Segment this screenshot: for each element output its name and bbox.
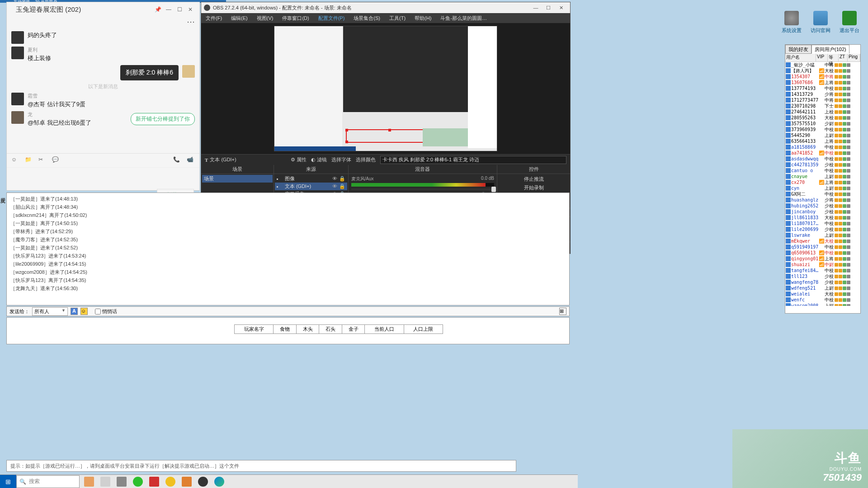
visibility-icon[interactable]: 👁 bbox=[332, 176, 337, 182]
maximize-button[interactable]: ☐ bbox=[174, 4, 185, 15]
chat-input[interactable] bbox=[7, 167, 199, 186]
menu-tools[interactable]: 工具(T) bbox=[387, 14, 408, 23]
minimize-button[interactable]: — bbox=[529, 5, 542, 10]
user-row[interactable]: wdfeng521 上尉 bbox=[785, 285, 860, 291]
menu-edit[interactable]: 编辑(E) bbox=[228, 14, 250, 23]
menu-dock[interactable]: 停靠窗口(D) bbox=[279, 14, 311, 23]
user-row[interactable]: 274642111 上校 bbox=[785, 109, 860, 115]
control-button[interactable]: 开始录制 bbox=[498, 183, 569, 192]
start-button[interactable]: ⊞ bbox=[0, 475, 16, 488]
avatar[interactable] bbox=[11, 111, 24, 124]
close-button[interactable]: ✕ bbox=[555, 5, 567, 11]
font-icon[interactable]: A bbox=[71, 308, 78, 315]
obs-preview[interactable] bbox=[201, 23, 570, 154]
taskbar-search[interactable]: 🔍 搜索 bbox=[16, 475, 80, 488]
user-row[interactable]: tangfei84… 中校 bbox=[785, 267, 860, 273]
user-row[interactable]: aa741852 📶 中校 bbox=[785, 150, 860, 156]
video-icon[interactable]: 📹 bbox=[187, 156, 195, 164]
user-row[interactable]: wenfc 中校 bbox=[785, 297, 860, 303]
user-row[interactable]: GX阿二 中校 bbox=[785, 191, 860, 197]
taskbar-app[interactable] bbox=[179, 475, 194, 488]
obs-titlebar[interactable]: OBS 27.2.4 (64-bit, windows) - 配置文件: 未命名… bbox=[201, 2, 570, 13]
user-row[interactable]: mEkqwer 📶 大校 bbox=[785, 238, 860, 244]
event-log[interactable]: ［一莫如是］退来了(14:48:13)［韶山风云］离开了(14:48:34)［s… bbox=[6, 192, 570, 305]
user-row[interactable]: lile20069909 少校 bbox=[785, 226, 860, 232]
text-source-input[interactable] bbox=[380, 156, 566, 164]
folder-icon[interactable]: 📁 bbox=[25, 156, 33, 164]
sendto-select[interactable]: 所有人 bbox=[32, 307, 68, 316]
user-row[interactable]: li1807017… 中校 bbox=[785, 221, 860, 226]
menu-view[interactable]: 视图(V) bbox=[254, 14, 276, 23]
avatar[interactable] bbox=[11, 93, 24, 105]
user-row[interactable]: lswrake 上尉 bbox=[785, 232, 860, 238]
system-settings-button[interactable]: 系统设置 bbox=[780, 11, 803, 34]
user-row[interactable]: cx270 📶 上将 bbox=[785, 179, 860, 185]
avatar[interactable] bbox=[11, 31, 24, 44]
tab-room-users[interactable]: 房间用户(102) bbox=[811, 45, 849, 54]
close-button[interactable]: ✕ bbox=[185, 4, 196, 15]
minimize-button[interactable]: — bbox=[163, 4, 174, 15]
source-item[interactable]: ▪ 文本 (GDI+) 👁🔒 bbox=[275, 183, 347, 190]
emoji-icon[interactable]: ☺ bbox=[11, 156, 19, 164]
more-icon[interactable]: ⋯ bbox=[187, 17, 195, 26]
expand-icon[interactable]: ⊞ bbox=[559, 308, 566, 315]
emoji-icon[interactable]: ☺ bbox=[80, 308, 88, 315]
user-row[interactable]: weialei 大校 bbox=[785, 291, 860, 297]
user-row[interactable]: 635664133 上将 bbox=[785, 138, 860, 144]
user-row[interactable]: 1354307 📶 中将 bbox=[785, 74, 860, 80]
visibility-icon[interactable]: 👁 bbox=[332, 183, 337, 189]
user-row[interactable]: wangfeng7897 少校 bbox=[785, 279, 860, 285]
user-row[interactable]: 373960939 中校 bbox=[785, 127, 860, 132]
taskbar-app[interactable] bbox=[163, 475, 178, 488]
menu-douyu[interactable]: 斗鱼-那么菜的圆圆… bbox=[438, 14, 490, 23]
taskbar-obs[interactable] bbox=[195, 475, 211, 488]
taskbar-app[interactable] bbox=[81, 475, 97, 488]
user-row[interactable]: qingyong01 📶 上将 bbox=[785, 256, 860, 262]
user-row[interactable]: 【路人丙】 📶 大校 bbox=[785, 68, 860, 74]
user-row[interactable]: _银沙_小猛 中将 bbox=[785, 62, 860, 68]
user-row[interactable]: cnayue 上尉 bbox=[785, 174, 860, 179]
taskbar-wechat[interactable] bbox=[130, 475, 146, 488]
avatar[interactable] bbox=[11, 47, 24, 59]
exit-platform-button[interactable]: 退出平台 bbox=[838, 11, 861, 34]
user-list[interactable]: _银沙_小猛 中将 【路人丙】 📶 大校 1354307 📶 中将 136076… bbox=[785, 62, 860, 306]
taskbar-app[interactable] bbox=[98, 475, 113, 488]
volume-slider[interactable] bbox=[351, 188, 494, 190]
menu-scene-collection[interactable]: 场景集合(S) bbox=[351, 14, 383, 23]
lock-icon[interactable]: 🔒 bbox=[339, 183, 345, 189]
user-row[interactable]: a18158869 中校 bbox=[785, 144, 860, 150]
menu-profile[interactable]: 配置文件(P) bbox=[316, 14, 348, 23]
select-font-button[interactable]: 选择字体 bbox=[331, 156, 351, 163]
taskbar-wps[interactable] bbox=[146, 475, 162, 488]
user-row[interactable]: 280595263 大校 bbox=[785, 115, 860, 121]
maximize-button[interactable]: ☐ bbox=[542, 5, 555, 11]
col-ping[interactable]: Ping bbox=[848, 54, 860, 61]
user-row[interactable]: huashanglz1 少将 bbox=[785, 197, 860, 203]
user-row[interactable]: jll8611833 大校 bbox=[785, 215, 860, 221]
user-row[interactable]: 1712773477 中将 bbox=[785, 97, 860, 103]
user-row[interactable]: c442781359 少校 bbox=[785, 162, 860, 168]
chat-history-icon[interactable]: 💬 bbox=[52, 156, 60, 164]
user-row[interactable]: asdasdwwqq 中校 bbox=[785, 156, 860, 162]
col-zt[interactable]: ZT bbox=[839, 54, 848, 61]
pin-icon[interactable]: 📌 bbox=[152, 4, 163, 15]
source-item[interactable]: ▪ 图像 👁🔒 bbox=[275, 175, 347, 183]
scissors-icon[interactable]: ✂ bbox=[38, 156, 47, 164]
col-rank[interactable]: 等级 bbox=[828, 54, 839, 61]
menu-help[interactable]: 帮助(H) bbox=[412, 14, 434, 23]
user-row[interactable]: shuaizi 📶 中尉 bbox=[785, 262, 860, 267]
taskbar-task-view[interactable] bbox=[114, 475, 129, 488]
user-row[interactable]: 357575510 少尉 bbox=[785, 121, 860, 127]
menu-file[interactable]: 文件(F) bbox=[203, 14, 225, 23]
taskbar-edge[interactable] bbox=[212, 475, 227, 488]
user-row[interactable]: cantuo_o 中校 bbox=[785, 168, 860, 174]
whisper-checkbox[interactable]: 悄悄话 bbox=[95, 308, 117, 315]
phone-icon[interactable]: 📞 bbox=[173, 156, 181, 164]
user-row[interactable]: jincanboy 少校 bbox=[785, 209, 860, 215]
properties-button[interactable]: ⚙ 属性 bbox=[291, 156, 307, 163]
user-row[interactable]: 230710298 下士 bbox=[785, 103, 860, 109]
user-row[interactable]: cyn 上尉 bbox=[785, 185, 860, 191]
lock-icon[interactable]: 🔒 bbox=[339, 176, 345, 182]
user-row[interactable]: 137774193 中校 bbox=[785, 85, 860, 91]
chat-messages[interactable]: 妈的头疼了 夏利 楼上装修 刹那爱 2:0 棒棒6 以下是新消息 霜雪 @杰哥 … bbox=[7, 27, 199, 153]
